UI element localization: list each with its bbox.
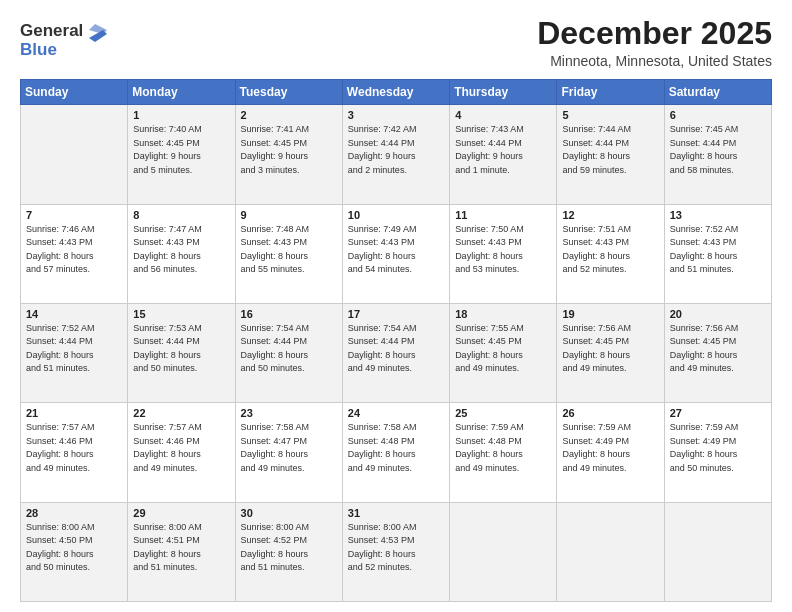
col-thursday: Thursday xyxy=(450,80,557,105)
day-number: 22 xyxy=(133,407,229,419)
day-info: Sunrise: 8:00 AMSunset: 4:52 PMDaylight:… xyxy=(241,522,310,573)
table-row xyxy=(21,105,128,204)
table-row: 30 Sunrise: 8:00 AMSunset: 4:52 PMDaylig… xyxy=(235,502,342,601)
day-number: 17 xyxy=(348,308,444,320)
day-number: 27 xyxy=(670,407,766,419)
logo-text-general: General xyxy=(20,20,107,42)
day-info: Sunrise: 7:58 AMSunset: 4:47 PMDaylight:… xyxy=(241,422,310,473)
day-info: Sunrise: 7:48 AMSunset: 4:43 PMDaylight:… xyxy=(241,224,310,275)
table-row: 22 Sunrise: 7:57 AMSunset: 4:46 PMDaylig… xyxy=(128,403,235,502)
day-info: Sunrise: 7:44 AMSunset: 4:44 PMDaylight:… xyxy=(562,124,631,175)
col-sunday: Sunday xyxy=(21,80,128,105)
day-info: Sunrise: 7:41 AMSunset: 4:45 PMDaylight:… xyxy=(241,124,310,175)
table-row: 13 Sunrise: 7:52 AMSunset: 4:43 PMDaylig… xyxy=(664,204,771,303)
day-number: 11 xyxy=(455,209,551,221)
day-number: 4 xyxy=(455,109,551,121)
day-info: Sunrise: 7:59 AMSunset: 4:49 PMDaylight:… xyxy=(670,422,739,473)
col-tuesday: Tuesday xyxy=(235,80,342,105)
table-row: 12 Sunrise: 7:51 AMSunset: 4:43 PMDaylig… xyxy=(557,204,664,303)
day-number: 12 xyxy=(562,209,658,221)
table-row: 16 Sunrise: 7:54 AMSunset: 4:44 PMDaylig… xyxy=(235,303,342,402)
table-row xyxy=(450,502,557,601)
day-number: 23 xyxy=(241,407,337,419)
table-row: 29 Sunrise: 8:00 AMSunset: 4:51 PMDaylig… xyxy=(128,502,235,601)
table-row: 19 Sunrise: 7:56 AMSunset: 4:45 PMDaylig… xyxy=(557,303,664,402)
day-info: Sunrise: 7:47 AMSunset: 4:43 PMDaylight:… xyxy=(133,224,202,275)
col-monday: Monday xyxy=(128,80,235,105)
table-row: 9 Sunrise: 7:48 AMSunset: 4:43 PMDayligh… xyxy=(235,204,342,303)
logo-general: General xyxy=(20,21,83,41)
day-info: Sunrise: 7:52 AMSunset: 4:43 PMDaylight:… xyxy=(670,224,739,275)
day-number: 5 xyxy=(562,109,658,121)
table-row: 10 Sunrise: 7:49 AMSunset: 4:43 PMDaylig… xyxy=(342,204,449,303)
table-row xyxy=(557,502,664,601)
day-info: Sunrise: 7:52 AMSunset: 4:44 PMDaylight:… xyxy=(26,323,95,374)
calendar-table: Sunday Monday Tuesday Wednesday Thursday… xyxy=(20,79,772,602)
table-row: 15 Sunrise: 7:53 AMSunset: 4:44 PMDaylig… xyxy=(128,303,235,402)
day-number: 8 xyxy=(133,209,229,221)
day-info: Sunrise: 7:40 AMSunset: 4:45 PMDaylight:… xyxy=(133,124,202,175)
table-row xyxy=(664,502,771,601)
calendar-week-row: 14 Sunrise: 7:52 AMSunset: 4:44 PMDaylig… xyxy=(21,303,772,402)
day-number: 29 xyxy=(133,507,229,519)
day-info: Sunrise: 8:00 AMSunset: 4:50 PMDaylight:… xyxy=(26,522,95,573)
day-number: 31 xyxy=(348,507,444,519)
table-row: 28 Sunrise: 8:00 AMSunset: 4:50 PMDaylig… xyxy=(21,502,128,601)
day-info: Sunrise: 7:46 AMSunset: 4:43 PMDaylight:… xyxy=(26,224,95,275)
calendar-subtitle: Minneota, Minnesota, United States xyxy=(537,53,772,69)
day-number: 20 xyxy=(670,308,766,320)
day-info: Sunrise: 7:49 AMSunset: 4:43 PMDaylight:… xyxy=(348,224,417,275)
calendar-week-row: 1 Sunrise: 7:40 AMSunset: 4:45 PMDayligh… xyxy=(21,105,772,204)
day-number: 21 xyxy=(26,407,122,419)
day-number: 13 xyxy=(670,209,766,221)
day-number: 14 xyxy=(26,308,122,320)
day-info: Sunrise: 8:00 AMSunset: 4:51 PMDaylight:… xyxy=(133,522,202,573)
day-info: Sunrise: 7:57 AMSunset: 4:46 PMDaylight:… xyxy=(133,422,202,473)
day-number: 7 xyxy=(26,209,122,221)
page: General Blue December 2025 Minneota, Min… xyxy=(0,0,792,612)
table-row: 4 Sunrise: 7:43 AMSunset: 4:44 PMDayligh… xyxy=(450,105,557,204)
table-row: 20 Sunrise: 7:56 AMSunset: 4:45 PMDaylig… xyxy=(664,303,771,402)
day-number: 24 xyxy=(348,407,444,419)
day-info: Sunrise: 7:42 AMSunset: 4:44 PMDaylight:… xyxy=(348,124,417,175)
col-friday: Friday xyxy=(557,80,664,105)
logo-icon xyxy=(85,20,107,42)
day-info: Sunrise: 7:59 AMSunset: 4:48 PMDaylight:… xyxy=(455,422,524,473)
day-info: Sunrise: 7:59 AMSunset: 4:49 PMDaylight:… xyxy=(562,422,631,473)
day-number: 2 xyxy=(241,109,337,121)
day-info: Sunrise: 7:53 AMSunset: 4:44 PMDaylight:… xyxy=(133,323,202,374)
day-number: 18 xyxy=(455,308,551,320)
header: General Blue December 2025 Minneota, Min… xyxy=(20,16,772,69)
day-info: Sunrise: 7:55 AMSunset: 4:45 PMDaylight:… xyxy=(455,323,524,374)
day-info: Sunrise: 7:58 AMSunset: 4:48 PMDaylight:… xyxy=(348,422,417,473)
table-row: 24 Sunrise: 7:58 AMSunset: 4:48 PMDaylig… xyxy=(342,403,449,502)
calendar-week-row: 28 Sunrise: 8:00 AMSunset: 4:50 PMDaylig… xyxy=(21,502,772,601)
day-number: 16 xyxy=(241,308,337,320)
day-number: 9 xyxy=(241,209,337,221)
table-row: 8 Sunrise: 7:47 AMSunset: 4:43 PMDayligh… xyxy=(128,204,235,303)
table-row: 17 Sunrise: 7:54 AMSunset: 4:44 PMDaylig… xyxy=(342,303,449,402)
day-number: 19 xyxy=(562,308,658,320)
day-info: Sunrise: 7:45 AMSunset: 4:44 PMDaylight:… xyxy=(670,124,739,175)
col-saturday: Saturday xyxy=(664,80,771,105)
calendar-week-row: 7 Sunrise: 7:46 AMSunset: 4:43 PMDayligh… xyxy=(21,204,772,303)
table-row: 25 Sunrise: 7:59 AMSunset: 4:48 PMDaylig… xyxy=(450,403,557,502)
day-info: Sunrise: 7:54 AMSunset: 4:44 PMDaylight:… xyxy=(348,323,417,374)
table-row: 23 Sunrise: 7:58 AMSunset: 4:47 PMDaylig… xyxy=(235,403,342,502)
table-row: 1 Sunrise: 7:40 AMSunset: 4:45 PMDayligh… xyxy=(128,105,235,204)
title-block: December 2025 Minneota, Minnesota, Unite… xyxy=(537,16,772,69)
table-row: 31 Sunrise: 8:00 AMSunset: 4:53 PMDaylig… xyxy=(342,502,449,601)
day-info: Sunrise: 7:51 AMSunset: 4:43 PMDaylight:… xyxy=(562,224,631,275)
table-row: 3 Sunrise: 7:42 AMSunset: 4:44 PMDayligh… xyxy=(342,105,449,204)
day-info: Sunrise: 7:56 AMSunset: 4:45 PMDaylight:… xyxy=(562,323,631,374)
day-info: Sunrise: 7:50 AMSunset: 4:43 PMDaylight:… xyxy=(455,224,524,275)
table-row: 14 Sunrise: 7:52 AMSunset: 4:44 PMDaylig… xyxy=(21,303,128,402)
table-row: 26 Sunrise: 7:59 AMSunset: 4:49 PMDaylig… xyxy=(557,403,664,502)
calendar-week-row: 21 Sunrise: 7:57 AMSunset: 4:46 PMDaylig… xyxy=(21,403,772,502)
day-info: Sunrise: 7:54 AMSunset: 4:44 PMDaylight:… xyxy=(241,323,310,374)
logo-text-blue: Blue xyxy=(20,40,107,60)
day-number: 30 xyxy=(241,507,337,519)
day-number: 6 xyxy=(670,109,766,121)
table-row: 11 Sunrise: 7:50 AMSunset: 4:43 PMDaylig… xyxy=(450,204,557,303)
calendar-header-row: Sunday Monday Tuesday Wednesday Thursday… xyxy=(21,80,772,105)
